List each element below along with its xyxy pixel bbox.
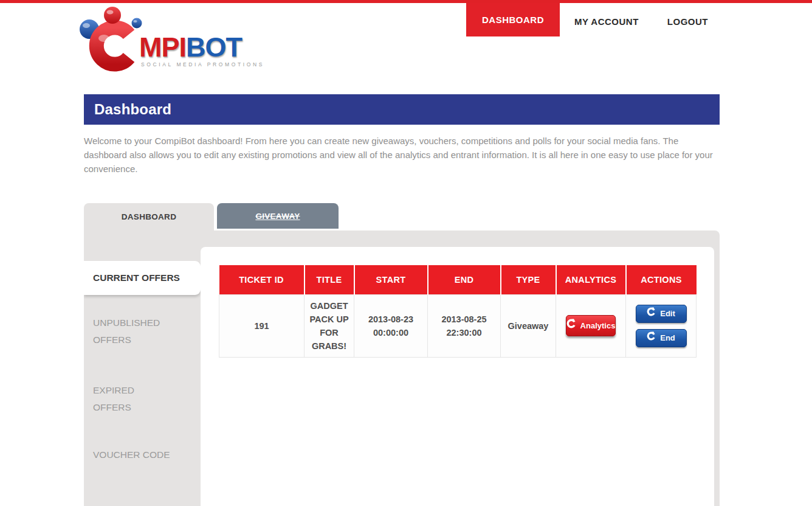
cell-title: GADGET PACK UP FOR GRABS! [304, 294, 354, 357]
logo-wordmark: MPIBOT [139, 35, 264, 60]
sidebar-item-expired-offers[interactable]: EXPIRED OFFERS [93, 382, 175, 416]
cell-type: Giveaway [501, 294, 556, 357]
cell-actions: Edit End [626, 294, 697, 357]
site-header: MPIBOT SOCIAL MEDIA PROMOTIONS DASHBOARD… [0, 3, 812, 94]
col-header-title: TITLE [304, 265, 354, 294]
cell-ticket-id: 191 [219, 294, 304, 357]
offers-table-header-row: TICKET ID TITLE START END TYPE ANALYTICS… [219, 265, 697, 294]
compibot-c-icon [566, 319, 576, 333]
logo-text: MPIBOT SOCIAL MEDIA PROMOTIONS [139, 35, 264, 76]
offers-table: TICKET ID TITLE START END TYPE ANALYTICS… [219, 265, 697, 358]
cell-analytics: Analytics [556, 294, 626, 357]
col-header-ticket-id: TICKET ID [219, 265, 304, 294]
cell-end: 2013-08-25 22:30:00 [428, 294, 501, 357]
start-time: 00:00:00 [359, 326, 422, 339]
wordmark-blue-part: BOT [186, 32, 242, 63]
start-date: 2013-08-23 [359, 313, 422, 326]
col-header-type: TYPE [501, 265, 556, 294]
edit-button[interactable]: Edit [636, 305, 687, 323]
sidebar-item-unpublished-offers[interactable]: UNPUBLISHED OFFERS [93, 314, 175, 348]
wordmark-red-part: MPI [139, 32, 186, 63]
cell-start: 2013-08-23 00:00:00 [354, 294, 428, 357]
nav-dashboard[interactable]: DASHBOARD [466, 3, 560, 36]
compibot-logo[interactable]: MPIBOT SOCIAL MEDIA PROMOTIONS [80, 7, 264, 76]
tab-dashboard[interactable]: DASHBOARD [84, 203, 214, 230]
tab-giveaway-label: GIVEAWAY [255, 212, 300, 221]
offers-card: TICKET ID TITLE START END TYPE ANALYTICS… [201, 247, 714, 506]
end-date: 2013-08-25 [433, 313, 495, 326]
col-header-start: START [354, 265, 428, 294]
end-time: 22:30:00 [433, 326, 495, 339]
main-nav: DASHBOARD MY ACCOUNT LOGOUT [466, 3, 708, 36]
compibot-c-icon [647, 331, 656, 345]
logo-tagline: SOCIAL MEDIA PROMOTIONS [139, 61, 264, 68]
sidebar-item-voucher-code[interactable]: VOUCHER CODE [93, 446, 175, 463]
tab-dashboard-label: DASHBOARD [122, 212, 176, 221]
actions-stack: Edit End [631, 305, 691, 347]
col-header-end: END [428, 265, 501, 294]
content-shell: CURRENT OFFERS UNPUBLISHED OFFERS EXPIRE… [84, 230, 720, 506]
tab-giveaway[interactable]: GIVEAWAY [217, 203, 339, 229]
analytics-button-label: Analytics [580, 319, 616, 333]
page-title: Dashboard [94, 101, 171, 118]
col-header-actions: ACTIONS [626, 265, 697, 294]
analytics-button[interactable]: Analytics [566, 315, 616, 336]
tab-bar: DASHBOARD GIVEAWAY [84, 203, 720, 230]
end-button[interactable]: End [636, 329, 687, 347]
nav-logout[interactable]: LOGOUT [667, 16, 708, 27]
welcome-text: Welcome to your CompiBot dashboard! From… [84, 134, 716, 176]
page-title-bar: Dashboard [84, 94, 720, 125]
end-button-label: End [660, 331, 675, 345]
sidebar-item-current-offers[interactable]: CURRENT OFFERS [84, 261, 201, 295]
offers-sidebar: CURRENT OFFERS UNPUBLISHED OFFERS EXPIRE… [84, 230, 201, 506]
compibot-c-icon [647, 307, 656, 321]
edit-button-label: Edit [660, 307, 675, 321]
col-header-analytics: ANALYTICS [556, 265, 626, 294]
nav-my-account[interactable]: MY ACCOUNT [574, 16, 639, 27]
table-row: 191 GADGET PACK UP FOR GRABS! 2013-08-23… [219, 294, 697, 357]
